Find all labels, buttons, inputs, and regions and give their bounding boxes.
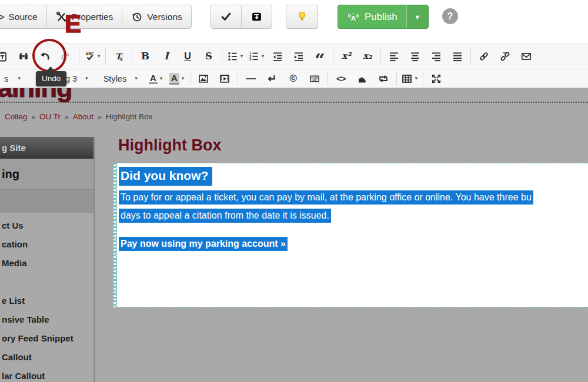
bold-icon: B [141, 51, 149, 61]
format-select-value: s [4, 74, 8, 83]
caret-down-icon: ▾ [160, 76, 163, 81]
editable-region-edge [113, 163, 116, 307]
remove-link-button[interactable] [495, 46, 515, 66]
versions-label: Versions [147, 12, 182, 22]
caret-down-icon: ▾ [262, 53, 265, 59]
sidebar-item[interactable]: ct Us [0, 220, 93, 231]
insert-gadget-button[interactable] [352, 71, 372, 86]
fullscreen-icon [431, 73, 442, 84]
table-button[interactable]: ▾ [400, 71, 420, 86]
caret-down-icon: ▾ [18, 76, 21, 81]
properties-button[interactable]: Properties [47, 5, 123, 28]
toolbar-separator [105, 48, 106, 65]
top-action-bar: <> Source Properties Versions [0, 0, 588, 43]
align-right-icon [431, 51, 442, 62]
align-left-button[interactable] [384, 46, 404, 66]
toolbar-separator [328, 72, 328, 85]
sidebar-item[interactable]: cation [0, 239, 93, 250]
toolbar-separator [380, 48, 381, 65]
align-center-button[interactable] [405, 46, 425, 66]
paste-text-button[interactable] [0, 46, 12, 66]
highlight-box-heading: Did you know? [119, 167, 212, 186]
source-button[interactable]: <> Source [0, 5, 47, 28]
align-justify-icon [452, 51, 463, 62]
mailto-button[interactable] [516, 46, 536, 66]
editor-toolbar-row-1: ▾BIUS▾▾“x²x₂ [0, 43, 588, 69]
save-and-exit-button[interactable] [211, 5, 242, 28]
superscript-button[interactable]: x² [336, 46, 356, 66]
file-button-group: <> Source Properties Versions [0, 5, 192, 29]
sidebar-item[interactable]: e List [0, 295, 93, 306]
link-icon [479, 51, 489, 62]
publish-dropdown-button[interactable]: ▼ [406, 5, 428, 28]
outdent-button[interactable] [268, 46, 288, 66]
find-replace-button[interactable] [14, 46, 34, 66]
justify-button[interactable] [447, 46, 467, 66]
history-clock-icon [131, 11, 142, 22]
caret-down-icon: ▾ [182, 76, 185, 81]
keyboard-icon [309, 73, 320, 84]
binoculars-icon [18, 51, 29, 62]
insert-image-button[interactable] [193, 71, 213, 86]
caret-down-icon: ▾ [240, 53, 243, 59]
blockquote-button[interactable]: “ [310, 46, 330, 66]
publish-button[interactable]: A Publish [338, 5, 406, 28]
unlink-icon [500, 51, 510, 62]
insert-asset-button[interactable] [373, 71, 393, 86]
styles-select-dropdown[interactable]: Styles▾ [96, 71, 145, 86]
sidebar-item-active[interactable]: ing [0, 159, 93, 190]
breadcrumb-separator: » [65, 113, 69, 121]
cta-link: Pay now using my parking account » [119, 237, 288, 251]
breadcrumb-separator: » [31, 113, 35, 121]
breadcrumb-link[interactable]: About [73, 112, 93, 121]
sidebar-item[interactable]: nsive Table [0, 314, 93, 325]
header-divider [0, 102, 588, 103]
code-snippet-button[interactable]: <> [331, 71, 351, 86]
puzzle-icon [357, 73, 368, 84]
sidebar-item[interactable]: Callout [0, 351, 93, 363]
indent-button[interactable] [289, 46, 309, 66]
indent-icon [293, 51, 304, 62]
editable-region[interactable]: Did you know? To pay for or appeal a tic… [116, 163, 588, 307]
outdent-icon [272, 51, 283, 62]
bold-button[interactable]: B [135, 46, 155, 66]
toolbar-separator [238, 72, 238, 85]
bulleted-list-button[interactable]: ▾ [225, 46, 245, 66]
underline-button[interactable]: U [178, 46, 198, 66]
align-right-button[interactable] [426, 46, 446, 66]
save-draft-button[interactable] [242, 5, 272, 28]
background-color-button[interactable]: A▾ [167, 71, 187, 86]
horizontal-rule-button[interactable]: — [241, 71, 261, 86]
strikethrough-button[interactable]: S [199, 46, 219, 66]
sidebar-item[interactable]: lar Callout [0, 370, 93, 381]
spell-check-button[interactable]: ▾ [82, 46, 102, 66]
line-break-button[interactable]: ↵ [262, 71, 282, 86]
insert-video-button[interactable] [215, 71, 235, 86]
undo-tooltip: Undo [36, 71, 66, 86]
maximize-button[interactable] [426, 71, 446, 86]
sidebar-item[interactable]: ory Feed Snippet [0, 333, 93, 344]
lightbulb-button[interactable] [286, 5, 318, 28]
italic-button[interactable]: I [156, 46, 176, 66]
superscript-icon: x² [342, 52, 351, 61]
versions-button[interactable]: Versions [122, 5, 191, 28]
save-box-icon [251, 11, 262, 22]
format-select-dropdown[interactable]: s▾ [0, 71, 28, 86]
toolbar-separator [79, 48, 79, 65]
breadcrumb-link[interactable]: Colleg [5, 112, 27, 121]
toolbar-separator [470, 48, 471, 65]
numbered-list-button[interactable]: ▾ [246, 46, 266, 66]
help-button[interactable]: ? [442, 8, 458, 24]
special-characters-button[interactable] [305, 71, 325, 86]
remove-format-button[interactable] [109, 46, 129, 66]
breadcrumb-link[interactable]: OU Tr [39, 112, 61, 121]
subscript-button[interactable]: x₂ [358, 46, 377, 66]
checkout-button-group [286, 5, 318, 29]
insert-link-button[interactable] [474, 46, 494, 66]
text-color-button[interactable]: A▾ [146, 71, 166, 86]
selected-text: To pay for or appeal a ticket, you can p… [119, 190, 533, 205]
sidebar-item[interactable]: Media [0, 257, 93, 269]
copyright-button[interactable]: © [283, 71, 303, 86]
broadcast-antenna-icon: A [347, 12, 360, 22]
caret-down-icon: ▼ [414, 14, 420, 21]
